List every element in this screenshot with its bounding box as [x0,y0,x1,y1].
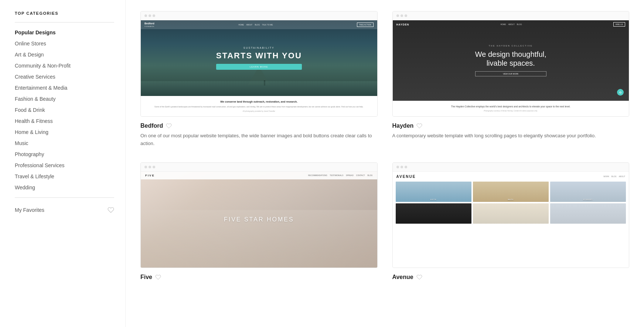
bedford-heart-icon[interactable] [166,123,172,129]
five-info: Five [140,274,378,280]
template-card-five: FIVE RECOMMENDATIONS TESTIMONIALS SPREAD… [140,162,378,280]
templates-grid: BedfordFOUNDATION HOME ABOUT BLOG TALK T… [140,11,629,280]
avenue-info: Avenue [392,274,630,280]
sidebar-item-professional-services[interactable]: Professional Services [15,160,114,171]
dot-3 [153,166,155,168]
hayden-photo-credit: Photography courtesy of Aimee Herring. C… [398,110,624,113]
dot-1 [144,166,147,168]
sidebar-item-home-living[interactable]: Home & Living [15,127,114,138]
sidebar-favorites-label[interactable]: My Favorites [15,207,44,213]
bedford-nav-blog: BLOG [255,24,260,26]
sidebar-item-music[interactable]: Music [15,138,114,149]
bedford-hero-content: Sustainability STARTS WITH YOU LEARN MOR… [216,47,302,70]
template-card-bedford: BedfordFOUNDATION HOME ABOUT BLOG TALK T… [140,11,378,148]
five-blog: BLOG [368,174,373,176]
five-links: RECOMMENDATIONS TESTIMONIALS SPREAD CONT… [308,174,373,176]
avenue-img-5 [473,203,549,224]
dot-3 [405,14,407,17]
avenue-img-6 [550,203,626,224]
bedford-learn-more: LEARN MORE [216,64,302,70]
avenue-preview-inner: AVENUE WORK BLOG ABOUT GIFTS [393,172,629,268]
five-recommendations: RECOMMENDATIONS [308,174,327,176]
bedford-body-text: Some of the Earth's greatest landscapes … [146,105,372,109]
sidebar-item-entertainment-media[interactable]: Entertainment & Media [15,82,114,93]
dot-2 [149,166,151,168]
five-hero-content: Five Star Homes [224,216,294,223]
dot-1 [396,14,399,17]
avenue-links: WORK BLOG ABOUT [603,175,625,178]
five-name: Five [140,274,152,280]
five-nav: FIVE RECOMMENDATIONS TESTIMONIALS SPREAD… [141,172,377,179]
sidebar-item-wedding[interactable]: Wedding [15,182,114,193]
hayden-title: We design thoughtful,livable spaces. [475,50,546,68]
dot-1 [396,166,399,168]
bedford-name: Bedford [140,123,163,129]
five-hero-title: Five Star Homes [224,216,294,223]
template-preview-bedford[interactable]: BedfordFOUNDATION HOME ABOUT BLOG TALK T… [140,11,378,117]
bedford-nav: BedfordFOUNDATION HOME ABOUT BLOG TALK T… [141,20,377,29]
preview-dots-five [141,163,377,172]
avenue-header: AVENUE WORK BLOG ABOUT [396,175,626,179]
five-hero: FIVE RECOMMENDATIONS TESTIMONIALS SPREAD… [141,172,377,268]
hayden-cta-btn: VIEW OUR WORK [475,71,546,76]
sidebar-item-fashion-beauty[interactable]: Fashion & Beauty [15,93,114,104]
five-contact: CONTACT [356,174,365,176]
preview-dots-avenue [393,163,629,172]
bedford-hero-title: STARTS WITH YOU [216,51,302,60]
bedford-nav-links: HOME ABOUT BLOG TALK TO ME [238,24,273,26]
preview-dots-hayden [393,11,629,20]
avenue-grid: GIFTS MAPS SCENERY [396,182,626,224]
bedford-brand: BedfordFOUNDATION [144,22,154,27]
template-preview-hayden[interactable]: HAYDEN HOME ABOUT BLOG HIRE US THE HAYDE… [392,11,630,117]
bedford-water [141,81,377,96]
bedford-hero: BedfordFOUNDATION HOME ABOUT BLOG TALK T… [141,20,377,96]
sidebar-item-community[interactable]: Community & Non-Profit [15,60,114,71]
dot-3 [153,14,155,17]
sidebar-divider-bottom [15,197,114,198]
sidebar-item-popular[interactable]: Popular Designs [15,27,114,38]
sidebar-favorites-section[interactable]: My Favorites [15,202,114,216]
sidebar-item-food-drink[interactable]: Food & Drink [15,104,114,116]
hayden-name: Hayden [392,123,414,129]
bedford-hero-subtitle: Sustainability [216,47,302,49]
five-title-row: Five [140,274,378,280]
sidebar-item-health-fitness[interactable]: Health & Fitness [15,116,114,127]
five-brand: FIVE [145,174,155,177]
avenue-heart-icon[interactable] [416,274,422,280]
hayden-hero-content: THE HAYDEN COLLECTIVE We design thoughtf… [475,45,546,76]
avenue-img-scenery: SCENERY [550,182,626,202]
hayden-hire-btn: HIRE US [613,22,625,27]
dot-2 [149,14,151,17]
hayden-preview-inner: HAYDEN HOME ABOUT BLOG HIRE US THE HAYDE… [393,20,629,116]
template-preview-avenue[interactable]: AVENUE WORK BLOG ABOUT GIFTS [392,162,630,268]
favorites-heart-icon[interactable] [108,207,114,213]
avenue-brand: AVENUE [396,175,416,179]
avenue-name: Avenue [392,274,413,280]
hayden-heart-icon[interactable] [416,123,422,129]
bedford-description: On one of our most popular website templ… [140,132,378,148]
sidebar-item-creative-services[interactable]: Creative Services [15,71,114,82]
avenue-blog: BLOG [611,175,617,178]
hayden-blog: BLOG [517,23,522,25]
five-heart-icon[interactable] [155,274,161,280]
hayden-circle-icon: G [617,89,624,96]
hayden-links: HOME ABOUT BLOG [501,23,522,25]
dot-2 [401,14,403,17]
sidebar-item-travel-lifestyle[interactable]: Travel & Lifestyle [15,171,114,182]
hayden-home: HOME [501,23,506,25]
sidebar-item-art-design[interactable]: Art & Design [15,49,114,60]
template-preview-five[interactable]: FIVE RECOMMENDATIONS TESTIMONIALS SPREAD… [140,162,378,268]
dot-3 [405,166,407,168]
sidebar-item-online-stores[interactable]: Online Stores [15,38,114,49]
avenue-hero: AVENUE WORK BLOG ABOUT GIFTS [393,172,629,268]
hayden-hero: HAYDEN HOME ABOUT BLOG HIRE US THE HAYDE… [393,20,629,101]
sidebar-item-photography[interactable]: Photography [15,149,114,160]
hayden-subtitle: THE HAYDEN COLLECTIVE [475,45,546,47]
hayden-body-text: The Hayden Collective employs the world'… [398,104,624,109]
sidebar-categories: Popular DesignsOnline StoresArt & Design… [15,27,114,193]
sidebar-divider-top [15,22,114,23]
template-card-avenue: AVENUE WORK BLOG ABOUT GIFTS [392,162,630,280]
bedford-info: Bedford On one of our most popular websi… [140,123,378,148]
sidebar-section-title: TOP CATEGORIES [15,11,114,16]
bedford-preview-inner: BedfordFOUNDATION HOME ABOUT BLOG TALK T… [141,20,377,116]
